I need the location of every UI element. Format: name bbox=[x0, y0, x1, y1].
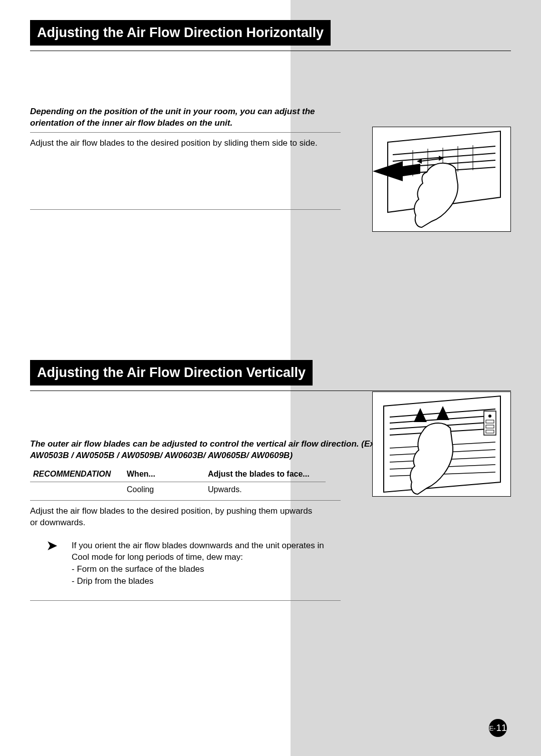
section1-title: Adjusting the Air Flow Direction Horizon… bbox=[30, 20, 331, 46]
page-number: 11 bbox=[496, 722, 506, 733]
section1-body: Adjust the air flow blades to the desire… bbox=[30, 138, 321, 149]
section1-end-divider bbox=[30, 209, 341, 210]
svg-point-25 bbox=[488, 415, 491, 418]
header-adjust: Adjust the blades to face... bbox=[205, 467, 326, 482]
page-prefix: E- bbox=[489, 724, 495, 732]
section1-intro: Depending on the position of the unit in… bbox=[30, 106, 341, 129]
page-number-badge: E-11 bbox=[489, 719, 507, 737]
cell-adjust: Upwards. bbox=[205, 482, 326, 497]
cell-when: Cooling bbox=[124, 482, 205, 497]
table-row: Cooling Upwards. bbox=[30, 482, 326, 497]
section2-intro: The outer air flow blades can be adjuste… bbox=[30, 439, 406, 462]
section1-intro-divider bbox=[30, 132, 341, 133]
header-recommendation: RECOMMENDATION bbox=[30, 467, 124, 482]
section2-title-underline bbox=[30, 391, 511, 391]
figure-horizontal-adjust bbox=[372, 127, 511, 232]
note-lead: If you orient the air flow blades downwa… bbox=[72, 540, 342, 564]
table-header-row: RECOMMENDATION When... Adjust the blades… bbox=[30, 467, 326, 482]
note-bullet: - Form on the surface of the blades bbox=[72, 563, 342, 575]
section2-table-divider bbox=[30, 500, 341, 501]
header-when: When... bbox=[124, 467, 205, 482]
note-bullet: - Drip from the blades bbox=[72, 575, 342, 587]
section1-title-underline bbox=[30, 51, 511, 51]
figure-vertical-adjust bbox=[372, 392, 511, 497]
section2-note: ➤ If you orient the air flow blades down… bbox=[30, 540, 351, 587]
section2-body: Adjust the air flow blades to the desire… bbox=[30, 506, 321, 529]
section2-end-divider bbox=[30, 600, 341, 601]
section2-title: Adjusting the Air Flow Direction Vertica… bbox=[30, 360, 313, 386]
note-arrow-icon: ➤ bbox=[46, 539, 58, 553]
recommendation-table: RECOMMENDATION When... Adjust the blades… bbox=[30, 467, 326, 497]
